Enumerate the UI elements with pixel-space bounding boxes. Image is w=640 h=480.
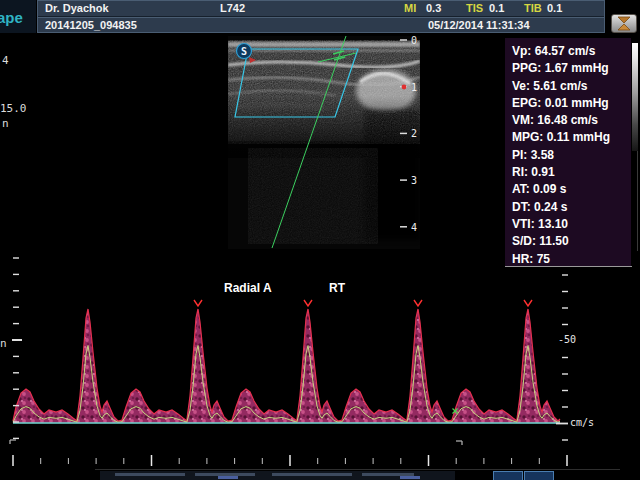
footer-button-left[interactable] xyxy=(493,471,523,480)
velocity-scale-label: -50 xyxy=(558,334,576,345)
spectral-doppler-display[interactable] xyxy=(0,0,640,480)
vessel-label: Radial A xyxy=(224,281,272,295)
ultrasound-screen: ape Dr. Dyachok L742 MI 0.3 TIS 0.1 TIB … xyxy=(0,0,640,480)
peak-caliper-icon xyxy=(304,300,312,306)
footer-button-right[interactable] xyxy=(524,471,554,480)
footer-divider xyxy=(95,469,620,470)
time-ruler xyxy=(13,455,567,466)
side-label: RT xyxy=(329,281,345,295)
left-axis-fragment: n xyxy=(0,338,7,349)
footer-menu-strip[interactable] xyxy=(100,471,455,480)
sweep-marks xyxy=(10,440,462,445)
peak-caliper-icon xyxy=(414,300,422,306)
spectrum-waveform xyxy=(13,309,560,423)
peak-caliper-icon xyxy=(524,300,532,306)
velocity-unit-label: cm/s xyxy=(570,417,594,428)
peak-caliper-icon xyxy=(194,300,202,306)
